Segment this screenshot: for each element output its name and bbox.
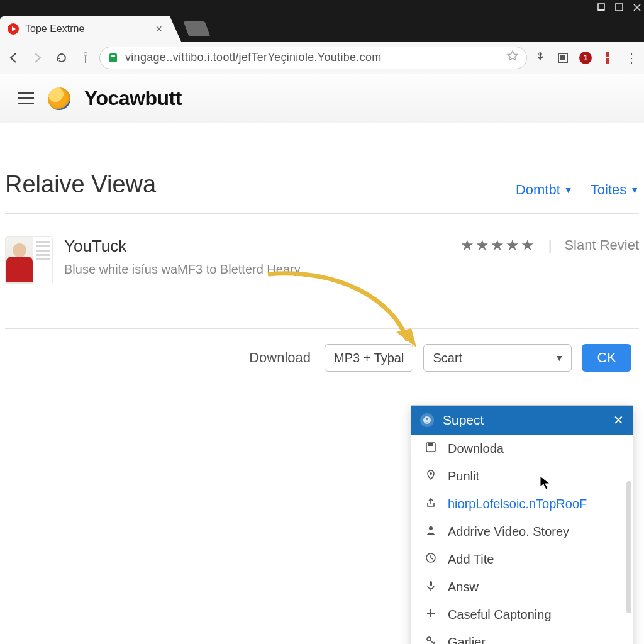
minimize-button[interactable] bbox=[597, 3, 606, 12]
page-top-actions: Domtbt ▼ Toites ▼ bbox=[516, 182, 639, 198]
dropdown-item-label: Add Tite bbox=[448, 552, 494, 567]
page-content: Relaive Viewa Domtbt ▼ Toites ▼ YouTuck … bbox=[0, 123, 644, 397]
svg-point-20 bbox=[429, 526, 433, 530]
svg-rect-18 bbox=[428, 443, 433, 446]
dropdown-item-label: hiorpLofelsoic.nTopRooF bbox=[448, 497, 587, 511]
tab-close-button[interactable]: × bbox=[155, 23, 162, 36]
svg-rect-13 bbox=[606, 58, 609, 64]
format-pill-label: MP3 + Tyþal bbox=[334, 351, 404, 365]
meta-divider: | bbox=[548, 237, 552, 253]
dropdown-item-label: Downloda bbox=[448, 441, 504, 456]
save-icon bbox=[424, 441, 438, 456]
close-window-button[interactable] bbox=[633, 3, 641, 12]
item-meta: ★★★★★ | Slant Reviet bbox=[460, 236, 639, 254]
dropdown-scrollbar[interactable] bbox=[626, 481, 631, 613]
caret-down-icon: ▼ bbox=[555, 353, 564, 363]
extension-badge[interactable]: 1 bbox=[576, 48, 595, 67]
maximize-icon bbox=[615, 3, 624, 12]
star-icon bbox=[506, 50, 519, 62]
plus-icon bbox=[424, 608, 438, 622]
dropdown-header-label: Supect bbox=[443, 413, 604, 428]
action-dropdown-panel: Supect ✕ Downloda Punlit hiorpLofelsoic.… bbox=[411, 405, 633, 644]
secondary-dropdown-link[interactable]: Toites ▼ bbox=[591, 182, 639, 198]
arrow-left-icon bbox=[8, 52, 20, 64]
site-header: Yocawbutt bbox=[0, 74, 644, 123]
dropdown-item[interactable]: Addrive Video. Storey bbox=[411, 518, 633, 545]
dropdown-item[interactable]: Punlit bbox=[411, 462, 633, 490]
secondary-dropdown-label: Toites bbox=[591, 182, 626, 198]
browser-menu-button[interactable]: ⋮ bbox=[621, 48, 640, 67]
primary-dropdown-label: Domtbt bbox=[516, 182, 560, 198]
item-subtitle: Bluse white isíus waMF3 to Bletterd Hear… bbox=[64, 262, 449, 277]
nav-forward-button[interactable] bbox=[28, 48, 48, 68]
dropdown-item-label: Addrive Video. Storey bbox=[448, 525, 569, 539]
reload-icon bbox=[55, 52, 68, 64]
dropdown-header[interactable]: Supect ✕ bbox=[411, 406, 633, 435]
item-thumbnail[interactable] bbox=[5, 236, 53, 284]
share-icon bbox=[424, 497, 438, 511]
svg-rect-7 bbox=[109, 53, 117, 62]
site-secure-icon bbox=[108, 52, 119, 64]
tab-strip: Tope Eextrne × bbox=[0, 15, 644, 42]
dropdown-item[interactable]: hiorpLofelsoic.nTopRooF bbox=[411, 490, 633, 518]
person-icon bbox=[424, 525, 438, 539]
item-title: YouTuck bbox=[64, 236, 449, 256]
dropdown-item[interactable]: Answ bbox=[411, 573, 633, 601]
dropdown-item[interactable]: Add Tite bbox=[411, 545, 633, 573]
mic-icon bbox=[424, 580, 438, 594]
format-pill[interactable]: MP3 + Tyþal bbox=[325, 344, 413, 372]
dropdown-header-icon bbox=[420, 413, 434, 427]
maximize-button[interactable] bbox=[615, 3, 624, 12]
result-item: YouTuck Bluse white isíus waMF3 to Blett… bbox=[5, 214, 639, 329]
download-icon bbox=[534, 52, 547, 64]
brand-name: Yocawbutt bbox=[84, 87, 182, 110]
dropdown-close-button[interactable]: ✕ bbox=[613, 413, 624, 428]
download-label: Download bbox=[249, 350, 311, 366]
panel-button[interactable] bbox=[553, 48, 572, 67]
dropdown-item[interactable]: Garlier bbox=[411, 628, 633, 644]
dropdown-item-label: Caseful Captoning bbox=[448, 608, 552, 622]
tab-title: Tope Eextrne bbox=[25, 23, 143, 35]
ok-button[interactable]: CK bbox=[582, 344, 631, 372]
clock-icon bbox=[424, 552, 438, 567]
tab-favicon bbox=[8, 23, 19, 35]
page-header-row: Relaive Viewa Domtbt ▼ Toites ▼ bbox=[5, 141, 639, 214]
download-arrow-button[interactable] bbox=[531, 48, 550, 67]
new-tab-button[interactable] bbox=[184, 21, 211, 36]
svg-rect-22 bbox=[430, 581, 432, 586]
address-bar[interactable]: vingage..vittibo.i.tootl/jefTerYeçiniole… bbox=[99, 47, 527, 69]
dropdown-item[interactable]: Caseful Captoning bbox=[411, 601, 633, 628]
extensions-menu-button[interactable] bbox=[75, 48, 96, 68]
ok-button-label: CK bbox=[597, 350, 616, 365]
tool-icon bbox=[81, 52, 90, 64]
svg-point-19 bbox=[430, 472, 432, 475]
select-value: Scart bbox=[433, 351, 462, 365]
bookmark-star-button[interactable] bbox=[506, 50, 519, 65]
primary-dropdown-link[interactable]: Domtbt ▼ bbox=[516, 182, 573, 198]
nav-back-button[interactable] bbox=[4, 48, 24, 68]
svg-point-5 bbox=[84, 52, 87, 55]
action-row: Download MP3 + Tyþal Scart ▼ CK bbox=[5, 329, 639, 397]
thumbnail-photo bbox=[6, 237, 33, 284]
svg-rect-8 bbox=[111, 55, 115, 57]
badge-count: 1 bbox=[579, 52, 592, 64]
rating-stars[interactable]: ★★★★★ bbox=[460, 236, 536, 254]
window-controls-bar bbox=[0, 0, 644, 15]
svg-point-16 bbox=[426, 418, 428, 420]
caret-down-icon: ▼ bbox=[564, 185, 573, 195]
svg-rect-12 bbox=[606, 52, 609, 57]
dropdown-item-label: Garlier bbox=[448, 635, 486, 645]
pin-icon bbox=[424, 469, 438, 484]
review-link[interactable]: Slant Reviet bbox=[564, 237, 639, 253]
minimize-icon bbox=[597, 3, 606, 12]
key-icon bbox=[424, 635, 438, 645]
hamburger-menu-button[interactable] bbox=[18, 92, 34, 104]
dropdown-item[interactable]: Downloda bbox=[411, 435, 633, 462]
indicator-icon bbox=[606, 52, 610, 64]
kebab-icon: ⋮ bbox=[625, 50, 637, 65]
action-select[interactable]: Scart ▼ bbox=[423, 344, 572, 372]
page-title: Relaive Viewa bbox=[5, 171, 156, 198]
profile-indicator[interactable] bbox=[599, 48, 618, 67]
reload-button[interactable] bbox=[52, 48, 72, 68]
browser-tab[interactable]: Tope Eextrne × bbox=[0, 16, 170, 42]
